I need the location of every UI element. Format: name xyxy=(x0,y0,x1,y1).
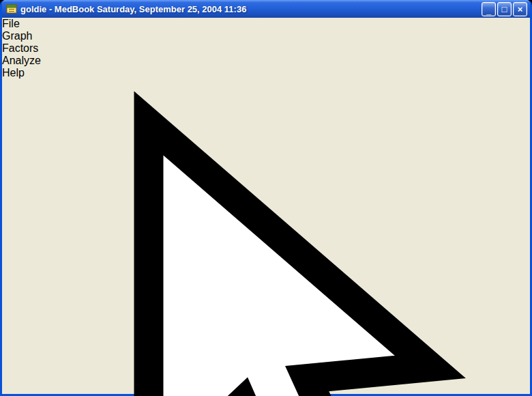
maximize-button[interactable]: □ xyxy=(497,2,512,16)
toolbar: ? xyxy=(2,79,530,396)
window-title: goldie - MedBook Saturday, September 25,… xyxy=(20,4,477,14)
pointer-icon xyxy=(2,79,530,396)
menu-file[interactable]: File xyxy=(2,18,530,30)
menu-bar: FileGraphFactorsAnalyzeHelp xyxy=(2,18,530,79)
menu-analyze[interactable]: Analyze xyxy=(2,55,530,67)
title-bar[interactable]: goldie - MedBook Saturday, September 25,… xyxy=(2,0,530,18)
menu-graph[interactable]: Graph xyxy=(2,30,530,42)
pointer-tool-button[interactable] xyxy=(2,79,530,396)
close-button[interactable]: × xyxy=(513,2,527,16)
window-controls: _□× xyxy=(480,2,527,16)
minimize-button[interactable]: _ xyxy=(482,2,496,16)
menu-factors[interactable]: Factors xyxy=(2,42,530,55)
app-icon xyxy=(6,3,17,14)
medbook-window: goldie - MedBook Saturday, September 25,… xyxy=(0,0,532,396)
menu-help[interactable]: Help xyxy=(2,67,530,79)
